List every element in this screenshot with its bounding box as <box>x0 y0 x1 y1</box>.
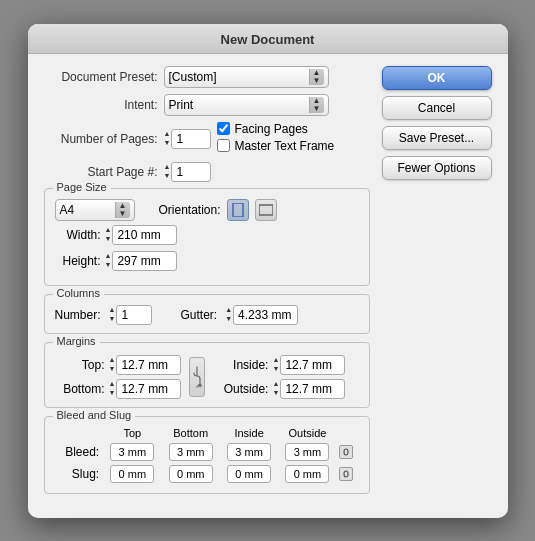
bleed-chain-icon[interactable] <box>339 445 353 459</box>
slug-bottom-input[interactable] <box>169 465 213 483</box>
select-arrows: ▲▼ <box>309 69 324 85</box>
bleed-slug-table: Top Bottom Inside Outside Bleed: <box>55 427 359 485</box>
landscape-button[interactable] <box>255 199 277 221</box>
number-label: Number: <box>55 308 101 322</box>
document-preset-select[interactable]: [Custom] ▲▼ <box>164 66 329 88</box>
new-document-dialog: New Document Document Preset: [Custom] ▲… <box>28 24 508 518</box>
slug-row-label: Slug: <box>55 463 104 485</box>
margins-content: Top: ▲▼ Bottom: ▲▼ <box>55 355 359 399</box>
start-page-input[interactable] <box>171 162 211 182</box>
margins-link-icon[interactable] <box>189 357 205 397</box>
columns-row: Number: ▲▼ Gutter: ▲▼ <box>55 305 359 325</box>
height-spinner: ▲▼ <box>105 251 178 271</box>
start-page-arrows[interactable]: ▲▼ <box>164 163 171 180</box>
num-pages-arrows[interactable]: ▲▼ <box>164 130 171 147</box>
bottom-spinner: ▲▼ <box>109 379 182 399</box>
ok-button[interactable]: OK <box>382 66 492 90</box>
height-arrows[interactable]: ▲▼ <box>105 252 112 269</box>
width-input[interactable] <box>112 225 177 245</box>
height-row: Height: ▲▼ <box>55 251 359 271</box>
col-bottom-header: Bottom <box>162 427 220 441</box>
document-preset-row: Document Preset: [Custom] ▲▼ <box>44 66 370 88</box>
document-preset-label: Document Preset: <box>44 70 164 84</box>
master-text-row: Master Text Frame <box>217 139 334 153</box>
pages-row: Number of Pages: ▲▼ Facing Pages Master … <box>44 122 370 156</box>
cancel-button[interactable]: Cancel <box>382 96 492 120</box>
left-panel: Document Preset: [Custom] ▲▼ Intent: Pri… <box>44 66 382 502</box>
inside-margin-row: Inside: ▲▼ <box>213 355 345 375</box>
inside-arrows[interactable]: ▲▼ <box>272 356 279 373</box>
outside-input[interactable] <box>280 379 345 399</box>
bleed-slug-section: Bleed and Slug Top Bottom Inside Outside <box>44 416 370 494</box>
outside-label: Outside: <box>213 382 268 396</box>
inside-input[interactable] <box>280 355 345 375</box>
columns-section: Columns Number: ▲▼ Gutter: ▲▼ <box>44 294 370 334</box>
inside-spinner: ▲▼ <box>272 355 345 375</box>
document-preset-value: [Custom] <box>169 70 309 84</box>
bleed-row-label: Bleed: <box>55 441 104 463</box>
bottom-arrows[interactable]: ▲▼ <box>109 380 116 397</box>
outside-margin-row: Outside: ▲▼ <box>213 379 345 399</box>
start-page-row: Start Page #: ▲▼ <box>44 162 370 182</box>
col-inside-header: Inside <box>220 427 278 441</box>
number-arrows[interactable]: ▲▼ <box>109 306 116 323</box>
bottom-input[interactable] <box>116 379 181 399</box>
page-size-row: A4 ▲▼ Orientation: <box>55 199 359 221</box>
bleed-top-input[interactable] <box>110 443 154 461</box>
right-panel: OK Cancel Save Preset... Fewer Options <box>382 66 492 502</box>
columns-title: Columns <box>53 287 104 299</box>
slug-outside-input[interactable] <box>285 465 329 483</box>
facing-pages-checkbox[interactable] <box>217 122 230 135</box>
master-text-checkbox[interactable] <box>217 139 230 152</box>
num-pages-label: Number of Pages: <box>44 132 164 146</box>
orientation-group: Orientation: <box>159 199 277 221</box>
col-top-header: Top <box>103 427 161 441</box>
number-spinner: ▲▼ <box>109 305 153 325</box>
page-size-value: A4 <box>60 203 115 217</box>
slug-inside-input[interactable] <box>227 465 271 483</box>
gutter-input[interactable] <box>233 305 298 325</box>
facing-pages-label: Facing Pages <box>234 122 307 136</box>
height-label: Height: <box>55 254 105 268</box>
top-input[interactable] <box>116 355 181 375</box>
top-label: Top: <box>55 358 105 372</box>
margins-left-col: Top: ▲▼ Bottom: ▲▼ <box>55 355 182 399</box>
intent-select-arrows: ▲▼ <box>309 97 324 113</box>
page-size-select[interactable]: A4 ▲▼ <box>55 199 135 221</box>
fewer-options-button[interactable]: Fewer Options <box>382 156 492 180</box>
top-arrows[interactable]: ▲▼ <box>109 356 116 373</box>
num-pages-input[interactable] <box>171 129 211 149</box>
width-arrows[interactable]: ▲▼ <box>105 226 112 243</box>
width-spinner: ▲▼ <box>105 225 178 245</box>
page-size-section: Page Size A4 ▲▼ Orientation: <box>44 188 370 286</box>
save-preset-button[interactable]: Save Preset... <box>382 126 492 150</box>
margins-right-col: Inside: ▲▼ Outside: ▲▼ <box>213 355 345 399</box>
col-outside-header: Outside <box>278 427 336 441</box>
bleed-outside-input[interactable] <box>285 443 329 461</box>
start-page-label: Start Page #: <box>44 165 164 179</box>
bottom-label: Bottom: <box>55 382 105 396</box>
intent-label: Intent: <box>44 98 164 112</box>
intent-row: Intent: Print ▲▼ <box>44 94 370 116</box>
facing-pages-row: Facing Pages <box>217 122 334 136</box>
orientation-label: Orientation: <box>159 203 221 217</box>
portrait-button[interactable] <box>227 199 249 221</box>
intent-select[interactable]: Print ▲▼ <box>164 94 329 116</box>
dialog-title: New Document <box>28 24 508 54</box>
bleed-slug-content: Top Bottom Inside Outside Bleed: <box>55 427 359 485</box>
height-input[interactable] <box>112 251 177 271</box>
top-margin-row: Top: ▲▼ <box>55 355 182 375</box>
bleed-inside-input[interactable] <box>227 443 271 461</box>
gutter-arrows[interactable]: ▲▼ <box>225 306 232 323</box>
gutter-label: Gutter: <box>180 308 217 322</box>
outside-arrows[interactable]: ▲▼ <box>272 380 279 397</box>
number-input[interactable] <box>116 305 152 325</box>
bleed-bottom-input[interactable] <box>169 443 213 461</box>
page-size-content: A4 ▲▼ Orientation: <box>55 199 359 271</box>
slug-row: Slug: <box>55 463 359 485</box>
bleed-row: Bleed: <box>55 441 359 463</box>
inside-label: Inside: <box>213 358 268 372</box>
num-pages-spinner: ▲▼ <box>164 129 212 149</box>
slug-top-input[interactable] <box>110 465 154 483</box>
slug-chain-icon[interactable] <box>339 467 353 481</box>
